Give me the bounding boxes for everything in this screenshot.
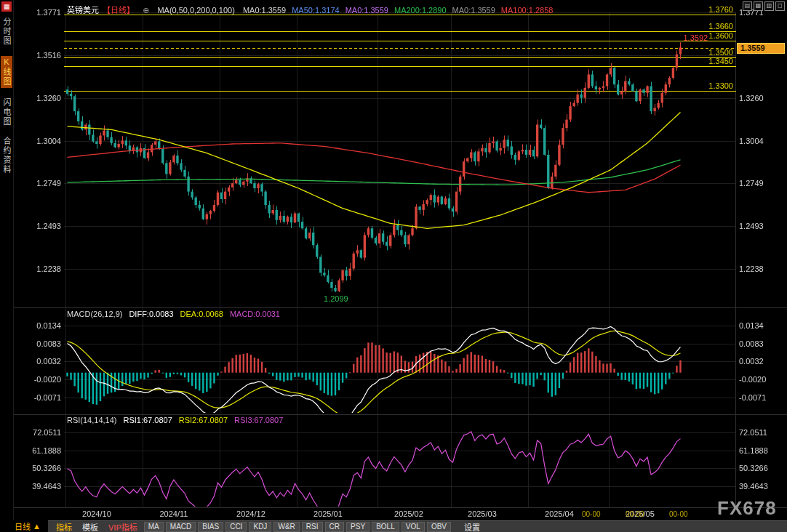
titlebar-icons: ▤ ▦ ▥ ◻ <box>743 1 785 11</box>
indicator-toolbar: 指标 模板 VIP指标 MA MACD BIAS CCI KDJ W&R RSI… <box>48 520 787 532</box>
low-price-label: 1.2099 <box>324 294 348 303</box>
footer-period-label: 日线 <box>15 520 31 532</box>
fx678-watermark: FX678 <box>717 497 777 520</box>
indicator-button-cci[interactable]: CCI <box>225 522 247 532</box>
sidebar-tab-timeline[interactable]: 分时图 <box>1 17 12 46</box>
last-bar-marker-icon: ▲ <box>677 44 683 51</box>
bottom-toolbar: 日线 ▲ 指标 模板 VIP指标 MA MACD BIAS CCI KDJ W&… <box>0 520 787 532</box>
rsi-legend-value: RSI2:67.0807 <box>179 416 228 424</box>
rsi-legend: RSI(14,14,14)RSI1:67.0807RSI2:67.0807RSI… <box>67 416 296 424</box>
footer-period-selector[interactable]: 日线 ▲ <box>0 520 48 532</box>
macd-legend-value: DEA:0.0068 <box>180 310 223 318</box>
left-sidebar: ▦ 分时图 K线图 闪电图 合约资料 <box>0 0 14 532</box>
indicator-button-cr[interactable]: CR <box>325 522 344 532</box>
high-price-label: 1.3592 <box>683 33 708 42</box>
ma-legend-value: MA0:1.3559 <box>345 6 388 15</box>
indicator-button-vol[interactable]: VOL <box>402 522 425 532</box>
chart-canvas[interactable] <box>0 0 787 532</box>
macd-legend: MACD(26,12,9)DIFF:0.0083DEA:0.0068MACD:0… <box>67 310 293 318</box>
macd-legend-value: MACD:0.0031 <box>230 310 280 318</box>
macd-legend-values: DIFF:0.0083DEA:0.0068MACD:0.0031 <box>129 310 287 318</box>
rsi-legend-value: RSI1:67.0807 <box>123 416 172 424</box>
macd-legend-value: DIFF:0.0083 <box>129 310 173 318</box>
ma-settings-label: MA(0,50,0,200,0,100) <box>157 6 234 15</box>
chart-layout-grid-icon[interactable]: ▦ <box>754 1 763 11</box>
indicator-buttons: MA MACD BIAS CCI KDJ W&R RSI CR PSY BOLL… <box>144 522 451 532</box>
ma-legend-value: MA0:1.3559 <box>452 6 495 15</box>
sidebar-tab-lightning[interactable]: 闪电图 <box>1 98 12 126</box>
sidebar-tab-contract-info[interactable]: 合约资料 <box>1 137 12 174</box>
rsi-legend-value: RSI3:67.0807 <box>234 416 283 424</box>
indicator-button-boll[interactable]: BOLL <box>372 522 399 532</box>
sidebar-tab-candlestick[interactable]: K线图 <box>1 56 12 88</box>
tab-indicators[interactable]: 指标 <box>52 521 76 532</box>
indicator-button-bias[interactable]: BIAS <box>198 522 223 532</box>
ma-legend-value: MA100:1.2858 <box>501 6 554 15</box>
rsi-settings-label: RSI(14,14,14) <box>67 416 116 424</box>
indicator-button-macd[interactable]: MACD <box>166 522 196 532</box>
ma-legend-value: MA50:1.3174 <box>292 6 339 15</box>
period-up-arrow-icon: ▲ <box>33 522 41 531</box>
chart-maximize-icon[interactable]: ◻ <box>775 1 785 11</box>
macd-settings-label: MACD(26,12,9) <box>67 310 122 318</box>
indicator-button-obv[interactable]: OBV <box>427 522 451 532</box>
period-tag: 【日线】 <box>103 6 135 15</box>
rsi-legend-values: RSI1:67.0807RSI2:67.0807RSI3:67.0807 <box>123 416 289 424</box>
indicator-button-kdj[interactable]: KDJ <box>249 522 271 532</box>
chart-layout-single-icon[interactable]: ▤ <box>743 1 752 11</box>
symbol-name: 英镑美元 <box>67 6 99 15</box>
indicator-button-rsi[interactable]: RSI <box>302 522 323 532</box>
zoom-plus-icon[interactable]: ⊕ <box>143 6 149 15</box>
ma-legend-value: MA200:1.2890 <box>394 6 447 15</box>
indicator-button-ma[interactable]: MA <box>144 522 164 532</box>
indicator-button-wr[interactable]: W&R <box>273 522 299 532</box>
ma-legend-value: MA0:1.3559 <box>243 6 286 15</box>
chart-legend: 英镑美元 【日线】 ⊕ MA(0,50,0,200,0,100) MA0:1.3… <box>67 4 564 15</box>
chart-layout-columns-icon[interactable]: ▥ <box>764 1 774 11</box>
current-price-badge: 1.3559 <box>737 43 785 54</box>
app-grid-icon[interactable]: ▦ <box>1 1 12 12</box>
indicator-button-psy[interactable]: PSY <box>346 522 369 532</box>
tab-vip-indicators[interactable]: VIP指标 <box>105 521 141 532</box>
settings-button[interactable]: 设置 <box>464 521 480 532</box>
tab-templates[interactable]: 模板 <box>79 521 102 532</box>
ma-legend-values: MA0:1.3559MA50:1.3174MA0:1.3559MA200:1.2… <box>243 6 559 15</box>
